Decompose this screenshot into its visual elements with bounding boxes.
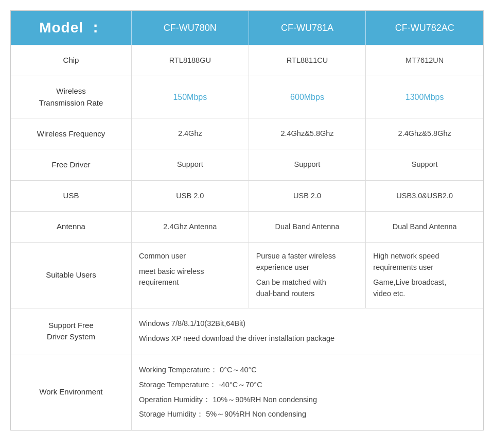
usb-col2: USB 2.0 xyxy=(249,181,366,211)
wireless-freq-col1: 2.4Ghz xyxy=(132,118,249,149)
free-driver-col3: Support xyxy=(366,149,483,180)
wireless-freq-col2: 2.4Ghz&5.8Ghz xyxy=(249,118,366,149)
antenna-col3: Dual Band Antenna xyxy=(366,212,483,242)
chip-row: Chip RTL8188GU RTL8811CU MT7612UN xyxy=(11,45,483,76)
antenna-col2: Dual Band Antenna xyxy=(249,212,366,242)
chip-col1: RTL8188GU xyxy=(132,45,249,76)
free-driver-label: Free Driver xyxy=(11,149,132,180)
wireless-rate-col2: 600Mbps xyxy=(249,76,366,118)
support-free-driver-data: Windows 7/8/8.1/10(32Bit,64Bit) Windows … xyxy=(132,308,483,354)
work-env-label: Work Environment xyxy=(11,354,132,430)
wireless-rate-row: WirelessTransmission Rate 150Mbps 600Mbp… xyxy=(11,76,483,118)
work-env-data: Working Temperature： 0°C～40°C Storage Te… xyxy=(132,354,483,430)
header-col1: CF-WU780N xyxy=(132,11,249,45)
header-col3: CF-WU782AC xyxy=(366,11,483,45)
antenna-label: Antenna xyxy=(11,212,132,242)
usb-row: USB USB 2.0 USB 2.0 USB3.0&USB2.0 xyxy=(11,180,483,211)
suitable-users-row: Suitable Users Common user meet basic wi… xyxy=(11,242,483,308)
support-free-driver-label: Support FreeDriver System xyxy=(11,308,132,354)
antenna-col1: 2.4Ghz Antenna xyxy=(132,212,249,242)
antenna-row: Antenna 2.4Ghz Antenna Dual Band Antenna… xyxy=(11,211,483,242)
work-env-row: Work Environment Working Temperature： 0°… xyxy=(11,354,483,430)
header-col2-label: CF-WU781A xyxy=(281,23,333,33)
free-driver-row: Free Driver Support Support Support xyxy=(11,149,483,180)
usb-col1: USB 2.0 xyxy=(132,181,249,211)
suitable-users-col2: Pursue a faster wirelessexperience user … xyxy=(249,243,366,308)
header-col1-label: CF-WU780N xyxy=(164,23,217,33)
chip-label: Chip xyxy=(11,45,132,76)
free-driver-col2: Support xyxy=(249,149,366,180)
header-col3-label: CF-WU782AC xyxy=(395,23,454,33)
suitable-users-col1: Common user meet basic wirelessrequireme… xyxy=(132,243,249,308)
header-row: Model ： CF-WU780N CF-WU781A CF-WU782AC xyxy=(11,11,483,45)
wireless-rate-col1: 150Mbps xyxy=(132,76,249,118)
support-free-driver-row: Support FreeDriver System Windows 7/8/8.… xyxy=(11,308,483,354)
model-label-cell: Model ： xyxy=(11,11,132,45)
wireless-freq-col3: 2.4Ghz&5.8Ghz xyxy=(366,118,483,149)
comparison-table: Model ： CF-WU780N CF-WU781A CF-WU782AC C… xyxy=(10,10,484,430)
wireless-freq-label: Wireless Frequency xyxy=(11,118,132,149)
suitable-users-col3: High network speedrequirements user Game… xyxy=(366,243,483,308)
usb-col3: USB3.0&USB2.0 xyxy=(366,181,483,211)
chip-col3: MT7612UN xyxy=(366,45,483,76)
usb-label: USB xyxy=(11,181,132,211)
model-label: Model ： xyxy=(39,18,103,38)
wireless-rate-label: WirelessTransmission Rate xyxy=(11,76,132,118)
chip-col2: RTL8811CU xyxy=(249,45,366,76)
wireless-rate-col3: 1300Mbps xyxy=(366,76,483,118)
free-driver-col1: Support xyxy=(132,149,249,180)
suitable-users-label: Suitable Users xyxy=(11,243,132,308)
header-col2: CF-WU781A xyxy=(249,11,366,45)
wireless-freq-row: Wireless Frequency 2.4Ghz 2.4Ghz&5.8Ghz … xyxy=(11,118,483,149)
